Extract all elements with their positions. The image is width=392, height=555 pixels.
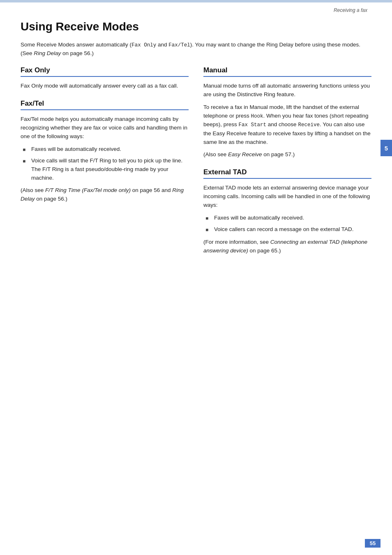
list-item: Voice calls will start the F/T Ring to t… [21,157,189,183]
external-tad-section: External TAD External TAD mode lets an e… [203,168,371,255]
intro-code-faxtel: Fax/Tel [168,42,190,48]
list-item: Faxes will be automatically received. [21,145,189,154]
external-tad-note: (For more information, see Connecting an… [203,238,371,255]
external-tad-divider [203,178,371,179]
manual-title: Manual [203,66,371,74]
two-column-layout: Fax Only Fax Only mode will automaticall… [21,66,371,534]
content-area: Using Receive Modes Some Receive Modes a… [21,21,371,534]
fax-tel-bullets: Faxes will be automatically received. Vo… [21,145,189,183]
fax-tel-note-italic1: F/T Ring Time (Fax/Tel mode only) [45,187,131,193]
manual-code-hook: Hook [251,113,263,119]
manual-code-receive: Receive [298,122,320,128]
intro-italic-ringdelay: Ring Delay [34,50,61,56]
top-bar [0,0,392,2]
header-label: Receiving a fax [334,7,367,13]
left-column: Fax Only Fax Only mode will automaticall… [21,66,189,534]
manual-body-1: Manual mode turns off all automatic answ… [203,82,371,99]
page-header: Receiving a fax [334,7,367,13]
fax-only-divider [21,76,189,77]
manual-body-2: To receive a fax in Manual mode, lift th… [203,103,371,147]
fax-only-title: Fax Only [21,66,189,74]
manual-code-faxstart: Fax Start [239,122,267,128]
list-item: Voice callers can record a message on th… [203,225,371,234]
fax-tel-note: (Also see F/T Ring Time (Fax/Tel mode on… [21,186,189,204]
fax-tel-section: Fax/Tel Fax/Tel mode helps you automatic… [21,99,189,204]
intro-text: Some Receive Modes answer automatically … [21,41,371,58]
external-tad-body: External TAD mode lets an external answe… [203,184,371,210]
manual-note: (Also see Easy Receive on page 57.) [203,150,371,159]
external-tad-note-italic: Connecting an external TAD (telephone an… [203,239,367,254]
chapter-number: 5 [385,145,388,152]
right-column: Manual Manual mode turns off all automat… [203,66,371,534]
page-main-title: Using Receive Modes [21,21,371,33]
fax-tel-divider [21,109,189,110]
manual-section: Manual Manual mode turns off all automat… [203,66,371,159]
fax-only-section: Fax Only Fax Only mode will automaticall… [21,66,189,90]
list-item: Faxes will be automatically received. [203,214,371,222]
manual-divider [203,76,371,77]
manual-note-italic: Easy Receive [228,151,262,157]
chapter-tab: 5 [380,140,392,156]
intro-code-faxonly: Fax Only [131,42,156,48]
fax-tel-title: Fax/Tel [21,99,189,108]
page-number: 55 [365,539,380,548]
fax-only-body: Fax Only mode will automatically answer … [21,82,189,90]
fax-tel-body: Fax/Tel mode helps you automatically man… [21,115,189,141]
external-tad-bullets: Faxes will be automatically received. Vo… [203,214,371,234]
external-tad-title: External TAD [203,168,371,176]
